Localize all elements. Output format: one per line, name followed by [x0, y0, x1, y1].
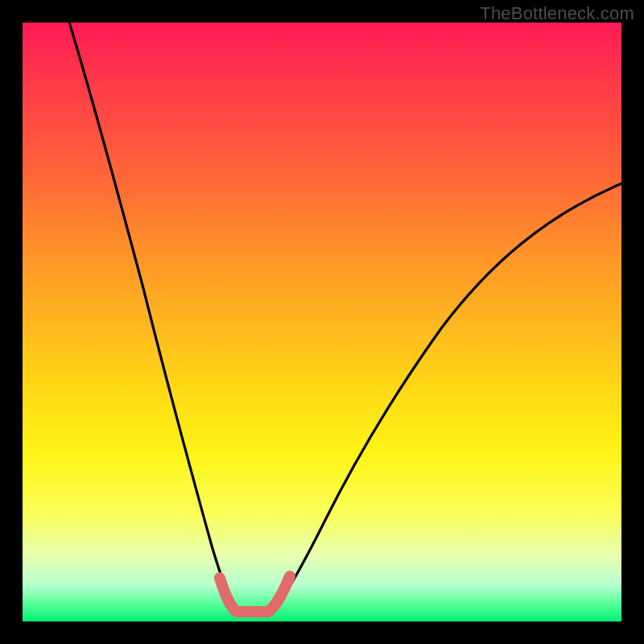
plot-area — [23, 23, 621, 621]
watermark-text: TheBottleneck.com — [480, 3, 634, 24]
curve-right-arm — [272, 184, 621, 612]
outer-frame: TheBottleneck.com — [0, 0, 644, 644]
curve-minimum-highlight — [220, 576, 290, 612]
bottleneck-curve — [23, 23, 621, 621]
curve-left-arm — [67, 23, 236, 612]
